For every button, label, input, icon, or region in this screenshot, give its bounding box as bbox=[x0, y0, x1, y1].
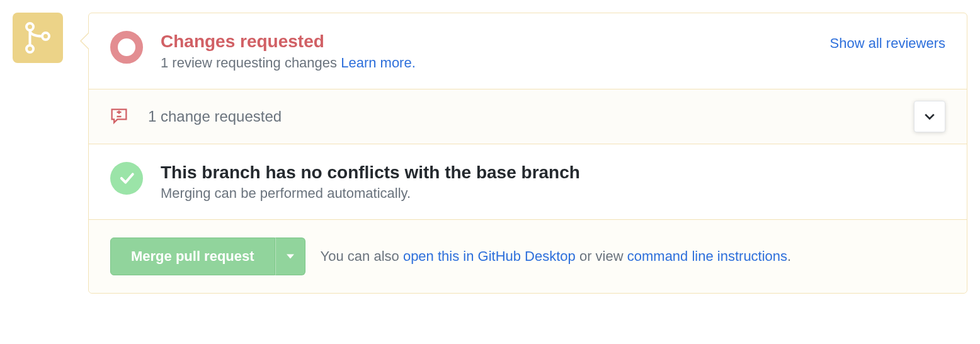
review-subtitle-text: 1 review requesting changes bbox=[161, 55, 341, 71]
conflicts-section: This branch has no conflicts with the ba… bbox=[89, 144, 967, 220]
review-status-title: Changes requested bbox=[161, 31, 945, 52]
open-in-desktop-link[interactable]: open this in GitHub Desktop bbox=[403, 248, 576, 264]
merge-options-dropdown[interactable] bbox=[275, 238, 305, 275]
caret-down-icon bbox=[287, 253, 294, 260]
changes-count-text: 1 change requested bbox=[148, 108, 282, 125]
footer-text-suffix: . bbox=[787, 248, 791, 264]
svg-point-0 bbox=[26, 23, 33, 30]
svg-point-1 bbox=[26, 45, 33, 52]
footer-text-middle: or view bbox=[576, 248, 627, 264]
changes-requested-icon bbox=[110, 31, 143, 64]
success-check-icon bbox=[110, 162, 143, 195]
review-status-subtitle: 1 review requesting changes Learn more. bbox=[161, 55, 945, 71]
show-all-reviewers-link[interactable]: Show all reviewers bbox=[830, 35, 945, 52]
conflicts-subtitle: Merging can be performed automatically. bbox=[161, 185, 945, 202]
chevron-down-icon bbox=[924, 111, 935, 122]
merge-status-panel: Changes requested 1 review requesting ch… bbox=[88, 13, 967, 294]
conflicts-title: This branch has no conflicts with the ba… bbox=[161, 162, 945, 183]
command-line-instructions-link[interactable]: command line instructions bbox=[627, 248, 787, 264]
changes-list-section: 1 change requested bbox=[89, 89, 967, 144]
diff-comment-icon bbox=[110, 108, 128, 125]
git-merge-icon bbox=[13, 13, 63, 63]
svg-point-2 bbox=[42, 33, 49, 40]
review-status-section: Changes requested 1 review requesting ch… bbox=[89, 13, 967, 89]
merge-footer-text: You can also open this in GitHub Desktop… bbox=[321, 248, 792, 265]
merge-footer-section: Merge pull request You can also open thi… bbox=[89, 219, 967, 293]
expand-changes-button[interactable] bbox=[914, 101, 945, 132]
merge-pull-request-button[interactable]: Merge pull request bbox=[110, 238, 275, 275]
footer-text-prefix: You can also bbox=[321, 248, 403, 264]
learn-more-link[interactable]: Learn more. bbox=[341, 55, 416, 71]
merge-button-group: Merge pull request bbox=[110, 238, 305, 275]
